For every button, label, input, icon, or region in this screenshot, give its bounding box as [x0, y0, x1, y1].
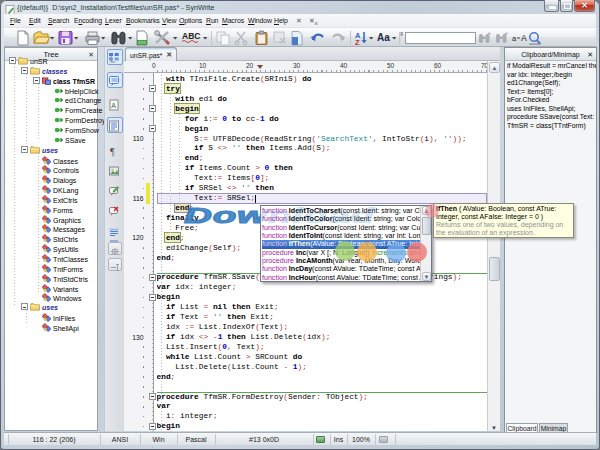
- svg-text:¶: ¶: [110, 146, 115, 157]
- svg-text:+: +: [505, 30, 509, 36]
- svg-text:+: +: [488, 30, 492, 36]
- svg-text:ABC: ABC: [182, 31, 200, 41]
- svg-text:A: A: [111, 102, 116, 109]
- svg-text:A: A: [521, 33, 527, 43]
- svg-text:Z: Z: [355, 38, 360, 47]
- svg-text:a: a: [512, 34, 517, 43]
- svg-text:x: x: [400, 30, 404, 37]
- svg-text:Aa: Aa: [377, 32, 390, 43]
